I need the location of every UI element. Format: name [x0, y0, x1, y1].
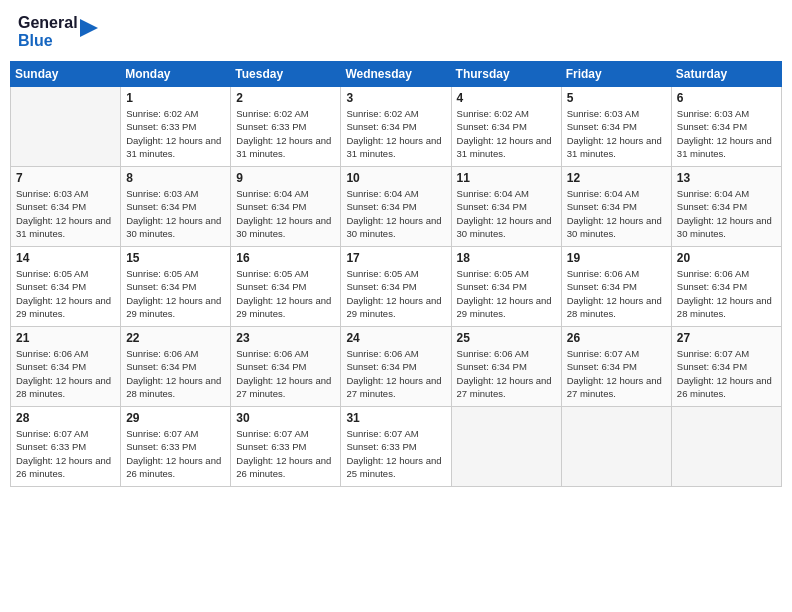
day-cell — [451, 407, 561, 487]
logo-general: General — [18, 14, 78, 32]
day-cell: 25 Sunrise: 6:06 AM Sunset: 6:34 PM Dayl… — [451, 327, 561, 407]
day-cell: 15 Sunrise: 6:05 AM Sunset: 6:34 PM Dayl… — [121, 247, 231, 327]
day-number: 22 — [126, 331, 225, 345]
day-info: Sunrise: 6:02 AM Sunset: 6:33 PM Dayligh… — [126, 107, 225, 160]
day-info: Sunrise: 6:06 AM Sunset: 6:34 PM Dayligh… — [236, 347, 335, 400]
day-number: 28 — [16, 411, 115, 425]
day-number: 21 — [16, 331, 115, 345]
day-number: 7 — [16, 171, 115, 185]
day-cell: 12 Sunrise: 6:04 AM Sunset: 6:34 PM Dayl… — [561, 167, 671, 247]
day-number: 31 — [346, 411, 445, 425]
day-number: 30 — [236, 411, 335, 425]
day-number: 11 — [457, 171, 556, 185]
day-info: Sunrise: 6:07 AM Sunset: 6:33 PM Dayligh… — [346, 427, 445, 480]
day-number: 16 — [236, 251, 335, 265]
day-number: 6 — [677, 91, 776, 105]
day-cell: 27 Sunrise: 6:07 AM Sunset: 6:34 PM Dayl… — [671, 327, 781, 407]
day-cell: 24 Sunrise: 6:06 AM Sunset: 6:34 PM Dayl… — [341, 327, 451, 407]
day-number: 10 — [346, 171, 445, 185]
day-number: 23 — [236, 331, 335, 345]
day-info: Sunrise: 6:05 AM Sunset: 6:34 PM Dayligh… — [126, 267, 225, 320]
day-cell — [11, 87, 121, 167]
day-number: 3 — [346, 91, 445, 105]
day-cell: 28 Sunrise: 6:07 AM Sunset: 6:33 PM Dayl… — [11, 407, 121, 487]
logo-text-block: General Blue — [18, 14, 98, 49]
day-info: Sunrise: 6:04 AM Sunset: 6:34 PM Dayligh… — [346, 187, 445, 240]
day-cell: 14 Sunrise: 6:05 AM Sunset: 6:34 PM Dayl… — [11, 247, 121, 327]
day-info: Sunrise: 6:04 AM Sunset: 6:34 PM Dayligh… — [236, 187, 335, 240]
day-info: Sunrise: 6:04 AM Sunset: 6:34 PM Dayligh… — [457, 187, 556, 240]
day-cell: 3 Sunrise: 6:02 AM Sunset: 6:34 PM Dayli… — [341, 87, 451, 167]
day-number: 25 — [457, 331, 556, 345]
day-number: 20 — [677, 251, 776, 265]
calendar-table: SundayMondayTuesdayWednesdayThursdayFrid… — [10, 61, 782, 487]
day-cell: 22 Sunrise: 6:06 AM Sunset: 6:34 PM Dayl… — [121, 327, 231, 407]
day-cell: 31 Sunrise: 6:07 AM Sunset: 6:33 PM Dayl… — [341, 407, 451, 487]
day-number: 29 — [126, 411, 225, 425]
day-info: Sunrise: 6:06 AM Sunset: 6:34 PM Dayligh… — [346, 347, 445, 400]
logo-blue: Blue — [18, 32, 78, 50]
day-cell: 7 Sunrise: 6:03 AM Sunset: 6:34 PM Dayli… — [11, 167, 121, 247]
week-row-3: 14 Sunrise: 6:05 AM Sunset: 6:34 PM Dayl… — [11, 247, 782, 327]
day-number: 19 — [567, 251, 666, 265]
week-row-1: 1 Sunrise: 6:02 AM Sunset: 6:33 PM Dayli… — [11, 87, 782, 167]
day-info: Sunrise: 6:04 AM Sunset: 6:34 PM Dayligh… — [567, 187, 666, 240]
day-info: Sunrise: 6:06 AM Sunset: 6:34 PM Dayligh… — [126, 347, 225, 400]
day-number: 9 — [236, 171, 335, 185]
day-number: 18 — [457, 251, 556, 265]
day-number: 12 — [567, 171, 666, 185]
day-info: Sunrise: 6:06 AM Sunset: 6:34 PM Dayligh… — [457, 347, 556, 400]
day-cell: 13 Sunrise: 6:04 AM Sunset: 6:34 PM Dayl… — [671, 167, 781, 247]
day-cell: 17 Sunrise: 6:05 AM Sunset: 6:34 PM Dayl… — [341, 247, 451, 327]
day-cell: 1 Sunrise: 6:02 AM Sunset: 6:33 PM Dayli… — [121, 87, 231, 167]
header-cell-wednesday: Wednesday — [341, 62, 451, 87]
day-cell: 18 Sunrise: 6:05 AM Sunset: 6:34 PM Dayl… — [451, 247, 561, 327]
day-number: 27 — [677, 331, 776, 345]
day-cell: 4 Sunrise: 6:02 AM Sunset: 6:34 PM Dayli… — [451, 87, 561, 167]
day-info: Sunrise: 6:05 AM Sunset: 6:34 PM Dayligh… — [346, 267, 445, 320]
day-info: Sunrise: 6:03 AM Sunset: 6:34 PM Dayligh… — [677, 107, 776, 160]
header-cell-monday: Monday — [121, 62, 231, 87]
day-info: Sunrise: 6:05 AM Sunset: 6:34 PM Dayligh… — [16, 267, 115, 320]
day-cell: 5 Sunrise: 6:03 AM Sunset: 6:34 PM Dayli… — [561, 87, 671, 167]
day-info: Sunrise: 6:05 AM Sunset: 6:34 PM Dayligh… — [457, 267, 556, 320]
day-number: 24 — [346, 331, 445, 345]
header-row: SundayMondayTuesdayWednesdayThursdayFrid… — [11, 62, 782, 87]
day-cell — [671, 407, 781, 487]
day-cell: 30 Sunrise: 6:07 AM Sunset: 6:33 PM Dayl… — [231, 407, 341, 487]
day-info: Sunrise: 6:05 AM Sunset: 6:34 PM Dayligh… — [236, 267, 335, 320]
header-cell-friday: Friday — [561, 62, 671, 87]
day-number: 5 — [567, 91, 666, 105]
day-cell: 16 Sunrise: 6:05 AM Sunset: 6:34 PM Dayl… — [231, 247, 341, 327]
day-cell: 8 Sunrise: 6:03 AM Sunset: 6:34 PM Dayli… — [121, 167, 231, 247]
day-info: Sunrise: 6:06 AM Sunset: 6:34 PM Dayligh… — [567, 267, 666, 320]
day-number: 13 — [677, 171, 776, 185]
week-row-5: 28 Sunrise: 6:07 AM Sunset: 6:33 PM Dayl… — [11, 407, 782, 487]
day-info: Sunrise: 6:07 AM Sunset: 6:33 PM Dayligh… — [16, 427, 115, 480]
day-info: Sunrise: 6:07 AM Sunset: 6:33 PM Dayligh… — [126, 427, 225, 480]
day-cell: 19 Sunrise: 6:06 AM Sunset: 6:34 PM Dayl… — [561, 247, 671, 327]
day-cell: 29 Sunrise: 6:07 AM Sunset: 6:33 PM Dayl… — [121, 407, 231, 487]
day-info: Sunrise: 6:03 AM Sunset: 6:34 PM Dayligh… — [567, 107, 666, 160]
day-cell: 26 Sunrise: 6:07 AM Sunset: 6:34 PM Dayl… — [561, 327, 671, 407]
day-number: 2 — [236, 91, 335, 105]
svg-marker-0 — [80, 19, 98, 37]
day-info: Sunrise: 6:02 AM Sunset: 6:33 PM Dayligh… — [236, 107, 335, 160]
day-number: 15 — [126, 251, 225, 265]
day-cell: 2 Sunrise: 6:02 AM Sunset: 6:33 PM Dayli… — [231, 87, 341, 167]
day-cell: 6 Sunrise: 6:03 AM Sunset: 6:34 PM Dayli… — [671, 87, 781, 167]
day-info: Sunrise: 6:07 AM Sunset: 6:33 PM Dayligh… — [236, 427, 335, 480]
header-cell-tuesday: Tuesday — [231, 62, 341, 87]
day-number: 4 — [457, 91, 556, 105]
day-number: 1 — [126, 91, 225, 105]
day-info: Sunrise: 6:07 AM Sunset: 6:34 PM Dayligh… — [567, 347, 666, 400]
week-row-4: 21 Sunrise: 6:06 AM Sunset: 6:34 PM Dayl… — [11, 327, 782, 407]
day-info: Sunrise: 6:02 AM Sunset: 6:34 PM Dayligh… — [457, 107, 556, 160]
day-info: Sunrise: 6:06 AM Sunset: 6:34 PM Dayligh… — [16, 347, 115, 400]
day-info: Sunrise: 6:03 AM Sunset: 6:34 PM Dayligh… — [16, 187, 115, 240]
week-row-2: 7 Sunrise: 6:03 AM Sunset: 6:34 PM Dayli… — [11, 167, 782, 247]
day-number: 17 — [346, 251, 445, 265]
header-cell-thursday: Thursday — [451, 62, 561, 87]
day-cell: 10 Sunrise: 6:04 AM Sunset: 6:34 PM Dayl… — [341, 167, 451, 247]
day-cell: 9 Sunrise: 6:04 AM Sunset: 6:34 PM Dayli… — [231, 167, 341, 247]
